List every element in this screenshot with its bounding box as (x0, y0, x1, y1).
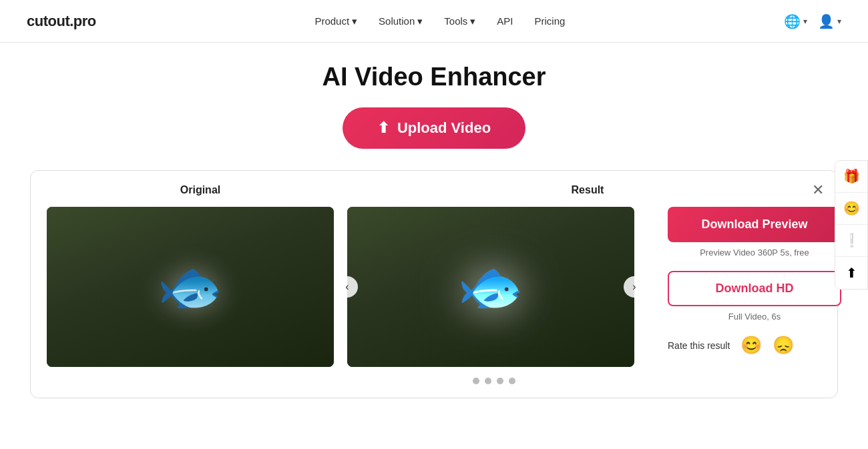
card-headers: Original Result (47, 184, 821, 196)
nav-right: 🌐 ▾ 👤 ▾ (784, 13, 841, 29)
user-face-button[interactable]: 😊 (835, 193, 867, 225)
result-video-thumbnail (347, 207, 634, 367)
nav-item-solution[interactable]: Solution ▾ (379, 15, 423, 27)
dot-1[interactable] (473, 378, 479, 384)
result-header: Result (354, 184, 821, 196)
upload-sidebar-icon: ⬆ (846, 265, 857, 281)
sidebar-panel: 🎁 😊 ❕ ⬆ (835, 160, 868, 290)
original-video-thumbnail (47, 207, 334, 367)
dot-3[interactable] (497, 378, 503, 384)
chevron-down-icon: ▾ (837, 17, 841, 26)
download-preview-button[interactable]: Download Preview (668, 207, 841, 242)
upload-sidebar-button[interactable]: ⬆ (835, 257, 867, 289)
happy-rating-button[interactable]: 😊 (740, 335, 762, 356)
chevron-down-icon: ▾ (352, 15, 357, 27)
upload-video-button[interactable]: ⬆ Upload Video (343, 107, 525, 149)
original-header: Original (47, 184, 354, 196)
user-icon: 👤 (818, 13, 835, 29)
prev-frame-button[interactable]: ‹ (337, 276, 358, 298)
user-face-icon: 😊 (843, 200, 860, 216)
result-video (347, 207, 634, 367)
gift-icon: 🎁 (843, 168, 860, 184)
dot-4[interactable] (509, 378, 515, 384)
navbar: cutout.pro Product ▾ Solution ▾ Tools ▾ … (0, 0, 868, 43)
chevron-down-icon: ▾ (417, 15, 423, 27)
result-video-container: ‹ › (347, 207, 634, 367)
download-hd-button[interactable]: Download HD (668, 271, 841, 306)
alert-button[interactable]: ❕ (835, 225, 867, 257)
right-panel: Download Preview Preview Video 360P 5s, … (648, 207, 841, 356)
comparison-card: Original Result ✕ ‹ (30, 170, 838, 398)
close-button[interactable]: ✕ (812, 181, 824, 199)
nav-item-pricing[interactable]: Pricing (535, 15, 566, 27)
page-title: AI Video Enhancer (322, 63, 546, 91)
main-content: AI Video Enhancer ⬆ Upload Video Origina… (0, 43, 868, 398)
sad-rating-button[interactable]: 😞 (773, 335, 794, 356)
nav-links: Product ▾ Solution ▾ Tools ▾ API Pricing (314, 15, 565, 27)
full-video-note: Full Video, 6s (668, 312, 841, 322)
nav-item-product[interactable]: Product ▾ (314, 15, 357, 27)
alert-icon: ❕ (843, 232, 860, 248)
translate-icon: 🌐 (784, 13, 801, 29)
user-account-button[interactable]: 👤 ▾ (818, 13, 841, 29)
chevron-down-icon: ▾ (803, 17, 807, 26)
translate-button[interactable]: 🌐 ▾ (784, 13, 807, 29)
chevron-down-icon: ▾ (470, 15, 475, 27)
preview-note: Preview Video 360P 5s, free (668, 248, 841, 258)
original-video (47, 207, 334, 367)
rate-label: Rate this result (668, 340, 730, 351)
upload-icon: ⬆ (377, 119, 389, 137)
rate-section: Rate this result 😊 😞 (668, 335, 841, 356)
nav-item-api[interactable]: API (497, 15, 513, 27)
nav-item-tools[interactable]: Tools ▾ (444, 15, 475, 27)
dot-2[interactable] (485, 378, 491, 384)
logo[interactable]: cutout.pro (27, 13, 96, 30)
progress-dots (354, 378, 634, 384)
gift-button[interactable]: 🎁 (835, 161, 867, 193)
next-frame-button[interactable]: › (624, 276, 645, 298)
